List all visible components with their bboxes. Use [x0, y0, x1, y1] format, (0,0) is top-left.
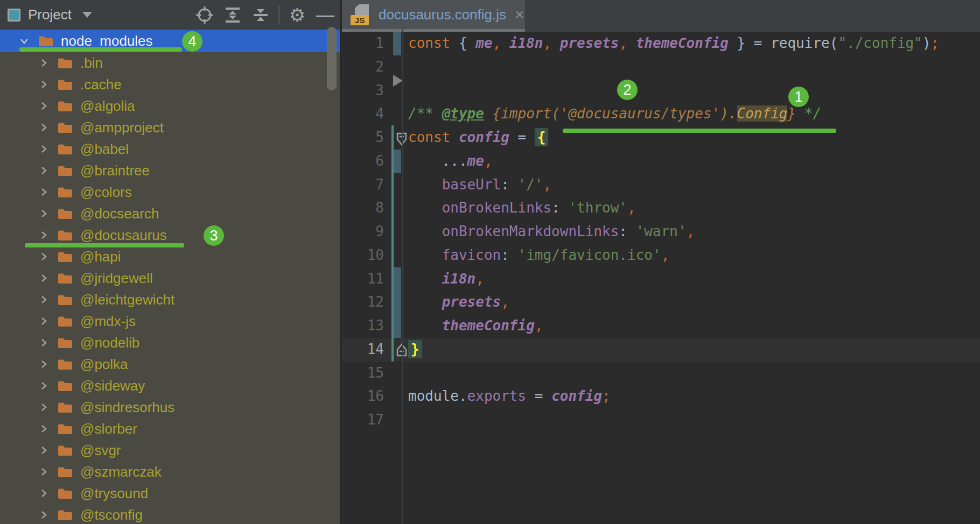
tree-item-label: @nodelib	[80, 335, 139, 351]
chevron-right-icon[interactable]	[38, 509, 50, 521]
tree-item-slorber[interactable]: @slorber	[0, 418, 340, 440]
token-def: :	[619, 223, 635, 239]
tree-item-sideway[interactable]: @sideway	[0, 375, 340, 396]
code-line-12[interactable]: presets,	[342, 291, 980, 314]
tree-item-label: @leichtgewicht	[80, 292, 174, 308]
chevron-right-icon[interactable]	[38, 57, 50, 69]
code-line-3[interactable]	[342, 79, 980, 103]
code-line-14[interactable]: }	[342, 338, 980, 362]
chevron-right-icon[interactable]	[38, 229, 50, 241]
code-line-1[interactable]: const { me, i18n, presets, themeConfig }…	[342, 32, 980, 55]
token-kw: const	[408, 129, 459, 145]
tree-item-label: @mdx-js	[80, 313, 136, 330]
chevron-right-icon[interactable]	[38, 315, 50, 327]
expand-all-icon[interactable]	[222, 5, 243, 25]
tree-item-tsconfig[interactable]: @tsconfig	[0, 504, 340, 524]
toolbar-separator	[278, 5, 279, 25]
code-line-15[interactable]	[342, 362, 980, 385]
tree-item-ampproject[interactable]: @ampproject	[0, 117, 340, 138]
chevron-down-icon[interactable]	[18, 35, 30, 47]
tree-item-leichtgewicht[interactable]: @leichtgewicht	[0, 289, 340, 310]
close-icon[interactable]: ×	[515, 6, 524, 23]
code-line-11[interactable]: i18n,	[342, 267, 980, 291]
tree-item-braintree[interactable]: @braintree	[0, 160, 340, 181]
tree-item-label: @babel	[80, 141, 129, 158]
project-tool-window-icon[interactable]	[8, 9, 20, 22]
token-str: '/'	[518, 176, 543, 193]
project-view-title[interactable]: Project	[28, 6, 72, 23]
tree-item-docusaurus[interactable]: @docusaurus	[0, 224, 340, 246]
token-var: presets	[560, 35, 619, 51]
chevron-right-icon[interactable]	[38, 444, 50, 456]
tree-item-nodelib[interactable]: @nodelib	[0, 332, 340, 353]
code-line-17[interactable]	[342, 408, 980, 432]
tree-item-trysound[interactable]: @trysound	[0, 483, 340, 504]
token-brace: }	[408, 340, 422, 358]
folder-icon	[57, 422, 73, 436]
chevron-right-icon[interactable]	[38, 487, 50, 499]
tree-item-label: @svgr	[80, 442, 121, 459]
chevron-right-icon[interactable]	[38, 466, 50, 478]
chevron-right-icon[interactable]	[38, 401, 50, 413]
code-line-2[interactable]	[342, 55, 980, 79]
chevron-right-icon[interactable]	[38, 358, 50, 370]
folder-icon	[57, 121, 73, 134]
locate-icon[interactable]	[194, 5, 215, 25]
settings-gear-icon[interactable]: ⚙	[287, 5, 307, 25]
tree-item-mdx-js[interactable]: @mdx-js	[0, 310, 340, 332]
chevron-right-icon[interactable]	[38, 423, 50, 435]
tree-item-svgr[interactable]: @svgr	[0, 440, 340, 461]
code-line-16[interactable]: module.exports = config;	[342, 385, 980, 408]
folder-icon	[57, 56, 73, 70]
token-comma: ,	[501, 294, 509, 310]
code-line-4[interactable]: /** @type {import('@docusaurus/types').C…	[342, 102, 980, 126]
code-line-10[interactable]: favicon: 'img/favicon.ico',	[342, 244, 980, 267]
project-tree: node_modules.bin.cache@algolia@ampprojec…	[0, 30, 340, 524]
tree-item-szmarczak[interactable]: @szmarczak	[0, 461, 340, 483]
tree-item-docsearch[interactable]: @docsearch	[0, 203, 340, 224]
token-var: i18n	[509, 35, 543, 51]
tab-docusaurus-config[interactable]: JS docusaurus.config.js ×	[342, 0, 525, 32]
token-var: me	[467, 153, 484, 169]
token-comma: ,	[661, 247, 670, 263]
token-def: )	[922, 35, 931, 51]
tree-item-label: @braintree	[80, 162, 150, 179]
token-def	[408, 223, 442, 239]
chevron-right-icon[interactable]	[38, 272, 50, 284]
chevron-right-icon[interactable]	[38, 380, 50, 392]
chevron-right-icon[interactable]	[38, 143, 50, 155]
code-line-8[interactable]: onBrokenLinks: 'throw',	[342, 196, 980, 220]
code-line-7[interactable]: baseUrl: '/',	[342, 173, 980, 197]
chevron-right-icon[interactable]	[38, 208, 50, 219]
chevron-right-icon[interactable]	[38, 251, 50, 263]
tree-item-jridgewell[interactable]: @jridgewell	[0, 267, 340, 289]
tree-item-label: @szmarczak	[80, 464, 162, 480]
code-editor[interactable]: 1234567891011121314151617 const { me, i1…	[342, 32, 980, 524]
tree-item-colors[interactable]: @colors	[0, 181, 340, 203]
hide-panel-icon[interactable]: —	[315, 5, 335, 25]
tree-item-cache[interactable]: .cache	[0, 74, 340, 95]
collapse-all-icon[interactable]	[250, 5, 271, 25]
chevron-down-icon[interactable]	[82, 12, 92, 18]
tree-item-bin[interactable]: .bin	[0, 52, 340, 74]
chevron-right-icon[interactable]	[38, 186, 50, 198]
chevron-right-icon[interactable]	[38, 100, 50, 112]
code-line-9[interactable]: onBrokenMarkdownLinks: 'warn',	[342, 220, 980, 244]
code-line-6[interactable]: ...me,	[342, 150, 980, 173]
tree-item-polka[interactable]: @polka	[0, 353, 340, 375]
tree-item-hapi[interactable]: @hapi	[0, 246, 340, 267]
token-str: 'throw'	[568, 200, 627, 216]
token-docval: {import('@docusaurus/types').	[493, 105, 737, 122]
tree-item-label: @colors	[80, 184, 132, 201]
chevron-right-icon[interactable]	[38, 165, 50, 176]
chevron-right-icon[interactable]	[38, 122, 50, 133]
chevron-right-icon[interactable]	[38, 337, 50, 349]
tree-scrollbar-thumb[interactable]	[327, 27, 337, 90]
tree-item-algolia[interactable]: @algolia	[0, 95, 340, 117]
tree-item-babel[interactable]: @babel	[0, 138, 340, 160]
chevron-right-icon[interactable]	[38, 294, 50, 306]
tree-item-sindresorhus[interactable]: @sindresorhus	[0, 396, 340, 418]
code-line-13[interactable]: themeConfig,	[342, 314, 980, 338]
annotation-underline-3	[25, 243, 184, 247]
chevron-right-icon[interactable]	[38, 79, 50, 90]
